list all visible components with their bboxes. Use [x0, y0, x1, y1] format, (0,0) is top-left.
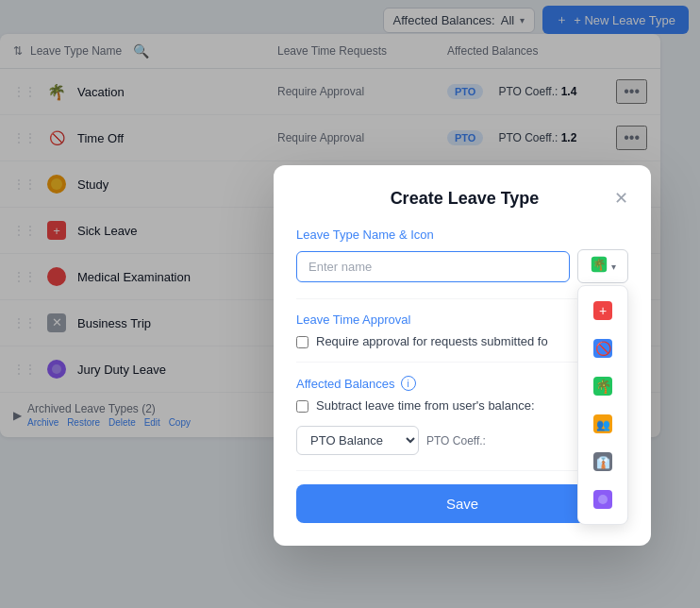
create-leave-type-modal: Create Leave Type ✕ Leave Type Name & Ic…: [274, 165, 651, 546]
svg-text:🚫: 🚫: [595, 341, 612, 357]
modal-header: Create Leave Type ✕: [296, 188, 628, 209]
icon-dropdown: + 🚫 🌴 👥 👔: [577, 285, 628, 525]
svg-text:👥: 👥: [596, 417, 610, 431]
name-icon-row: 🌴 ▾ + 🚫 🌴 👥 👔: [296, 249, 628, 283]
icon-selector-chevron: ▾: [611, 262, 616, 272]
icon-option-group[interactable]: 👥: [586, 407, 620, 441]
modal-close-button[interactable]: ✕: [614, 188, 628, 209]
approval-checkbox-label: Require approval for requests submitted …: [316, 334, 548, 348]
section3-label: Affected Balances: [296, 377, 395, 391]
icon-option-briefcase[interactable]: 👔: [586, 445, 620, 479]
svg-point-22: [598, 495, 608, 504]
icon-selector-button[interactable]: 🌴 ▾: [577, 249, 628, 283]
icon-option-timeoff[interactable]: 🚫: [586, 331, 620, 365]
section1-label: Leave Type Name & Icon: [296, 228, 628, 242]
balance-checkbox-label: Subtract leave time from user's balance:: [316, 398, 535, 413]
modal-title: Create Leave Type: [315, 189, 614, 209]
balance-checkbox[interactable]: [296, 400, 308, 413]
coeff-input-group: PTO Coeff.:: [426, 434, 486, 448]
balance-select[interactable]: PTO Balance: [296, 426, 419, 455]
approval-checkbox[interactable]: [296, 336, 308, 348]
info-icon[interactable]: i: [401, 376, 416, 391]
icon-option-sick[interactable]: +: [586, 294, 620, 328]
svg-text:🌴: 🌴: [592, 258, 607, 271]
svg-text:👔: 👔: [596, 455, 610, 469]
selected-icon: 🌴: [591, 256, 608, 277]
coeff-label: PTO Coeff.:: [426, 434, 486, 448]
icon-option-vacation[interactable]: 🌴: [586, 369, 620, 403]
leave-type-name-input[interactable]: [296, 251, 570, 282]
icon-option-special[interactable]: [586, 482, 620, 516]
svg-text:+: +: [599, 303, 607, 318]
svg-text:🌴: 🌴: [595, 379, 612, 395]
